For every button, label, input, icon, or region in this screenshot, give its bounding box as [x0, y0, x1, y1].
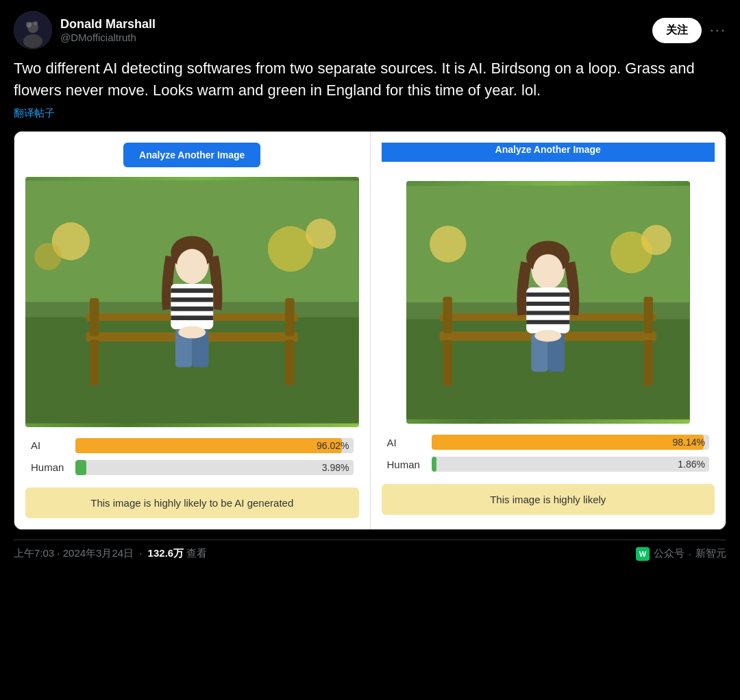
ai-label-right: AI	[387, 437, 425, 448]
analyze-btn-right-partial-container: Analyze Another Image	[382, 143, 715, 171]
svg-point-33	[610, 232, 652, 274]
source-dot: ·	[689, 548, 691, 559]
result-banner-right: This image is highly likely	[382, 484, 715, 515]
ai-percent-right: 98.14%	[673, 437, 705, 448]
svg-rect-15	[285, 340, 294, 385]
person-photo-right	[406, 181, 690, 424]
svg-point-51	[534, 330, 561, 341]
svg-point-4	[34, 21, 38, 25]
svg-rect-16	[90, 298, 99, 336]
ai-bar-left: 96.02%	[75, 438, 354, 453]
username[interactable]: @DMofficialtruth	[60, 32, 156, 43]
svg-point-9	[268, 226, 313, 271]
person-photo-left	[25, 177, 359, 427]
views-suffix: 查看	[186, 547, 207, 559]
svg-point-10	[34, 243, 62, 270]
human-bar-fill-right	[432, 457, 437, 472]
svg-rect-40	[644, 296, 653, 333]
tweet-footer: 上午7:03 · 2024年3月24日 · 132.6万 查看 W 公众号 · …	[14, 540, 726, 565]
ai-bar-right: 98.14%	[432, 435, 710, 450]
human-stat-row-right: Human 1.86%	[387, 457, 710, 472]
human-bar-right: 1.86%	[432, 457, 710, 472]
svg-rect-14	[90, 340, 99, 385]
svg-rect-45	[526, 292, 569, 296]
left-panel: Analyze Another Image	[14, 132, 371, 529]
svg-rect-17	[285, 298, 294, 336]
human-stat-row-left: Human 3.98%	[31, 460, 354, 475]
more-button[interactable]: ···	[710, 21, 726, 39]
human-percent-left: 3.98%	[322, 462, 349, 473]
user-info-section: Donald Marshall @DMofficialtruth	[14, 11, 156, 49]
human-percent-right: 1.86%	[678, 459, 705, 470]
svg-rect-24	[171, 306, 213, 311]
tweet-text: Two different AI detecting softwares fro…	[14, 58, 726, 101]
wechat-icon: W	[636, 547, 650, 561]
svg-point-43	[533, 254, 563, 287]
svg-rect-39	[443, 296, 452, 333]
display-name[interactable]: Donald Marshall	[60, 17, 156, 32]
svg-point-28	[178, 326, 206, 339]
tweet-metadata: 上午7:03 · 2024年3月24日 · 132.6万 查看	[14, 547, 207, 560]
user-info: Donald Marshall @DMofficialtruth	[60, 17, 156, 43]
stats-left: AI 96.02% Human 3.98%	[25, 438, 359, 482]
result-banner-left: This image is highly likely to be AI gen…	[25, 487, 359, 518]
ai-stat-row-right: AI 98.14%	[387, 435, 710, 450]
header-actions: 关注 ···	[652, 18, 726, 43]
svg-rect-22	[171, 288, 213, 293]
svg-rect-37	[443, 340, 452, 386]
source-info: W 公众号 · 新智元	[636, 547, 726, 561]
svg-point-20	[177, 249, 207, 282]
human-bar-left: 3.98%	[75, 460, 354, 475]
avatar[interactable]	[14, 11, 52, 49]
svg-rect-25	[171, 315, 213, 320]
svg-rect-46	[526, 302, 569, 306]
separator-dot: ·	[139, 547, 142, 559]
source-name: 新智元	[695, 547, 726, 560]
ai-label-left: AI	[31, 439, 69, 451]
follow-button[interactable]: 关注	[652, 18, 702, 43]
analyze-btn-left[interactable]: Analyze Another Image	[123, 143, 260, 167]
ai-bar-fill-right	[432, 435, 704, 450]
svg-rect-38	[644, 340, 653, 386]
human-label-right: Human	[387, 459, 425, 470]
translate-link[interactable]: 翻译帖子	[14, 107, 726, 120]
svg-rect-48	[526, 320, 569, 324]
images-container: Analyze Another Image	[14, 131, 726, 530]
human-label-left: Human	[31, 461, 69, 473]
timestamp: 上午7:03 · 2024年3月24日	[14, 547, 134, 559]
svg-point-31	[430, 226, 467, 263]
svg-rect-47	[526, 311, 569, 315]
wechat-label: 公众号	[654, 547, 684, 560]
right-panel: Analyze Another Image	[371, 132, 726, 529]
svg-point-3	[26, 22, 32, 27]
svg-point-2	[23, 34, 42, 48]
human-bar-fill-left	[75, 460, 86, 475]
svg-rect-23	[171, 298, 213, 302]
analyze-btn-right[interactable]: Analyze Another Image	[382, 143, 715, 162]
ai-bar-fill-left	[75, 438, 342, 453]
ai-percent-left: 96.02%	[317, 440, 349, 451]
ai-stat-row-left: AI 96.02%	[31, 438, 354, 453]
stats-right: AI 98.14% Human 1.86%	[382, 435, 715, 479]
view-count: 132.6万	[148, 547, 184, 559]
tweet-header: Donald Marshall @DMofficialtruth 关注 ···	[14, 11, 726, 49]
